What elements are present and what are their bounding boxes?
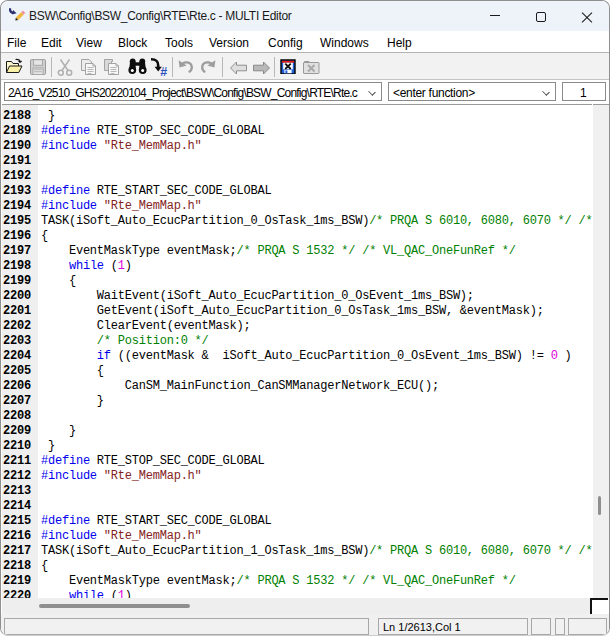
svg-text:#: # (160, 65, 167, 78)
